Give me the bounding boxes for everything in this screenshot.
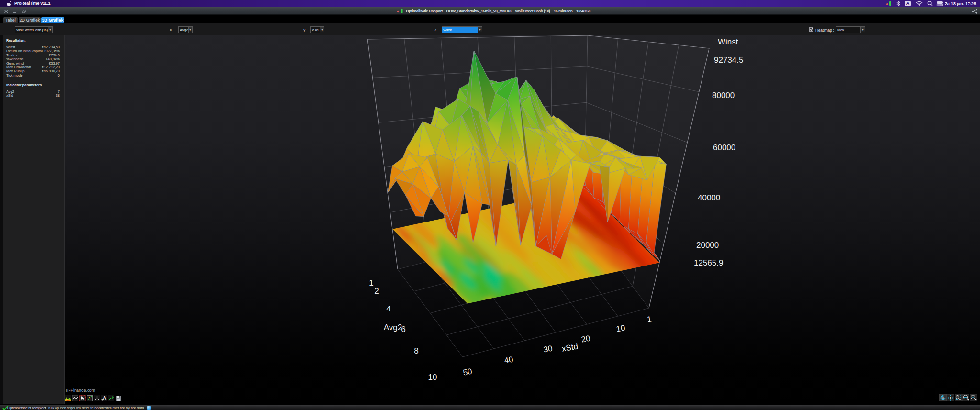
svg-text:8: 8 bbox=[414, 346, 418, 355]
svg-text:xStd: xStd bbox=[561, 342, 579, 354]
svg-text:Avg2: Avg2 bbox=[384, 323, 402, 332]
svg-text:50: 50 bbox=[462, 367, 473, 377]
svg-text:12565.9: 12565.9 bbox=[694, 258, 723, 267]
svg-text:4: 4 bbox=[386, 304, 390, 313]
svg-text:92734.5: 92734.5 bbox=[714, 55, 743, 65]
svg-text:40: 40 bbox=[503, 355, 514, 366]
svg-text:Winst: Winst bbox=[718, 37, 738, 46]
svg-text:80000: 80000 bbox=[712, 91, 735, 100]
svg-text:30: 30 bbox=[543, 344, 553, 355]
svg-text:1: 1 bbox=[369, 278, 373, 288]
svg-text:20000: 20000 bbox=[696, 241, 719, 250]
svg-text:60000: 60000 bbox=[713, 143, 735, 152]
svg-text:1: 1 bbox=[646, 314, 653, 324]
svg-text:10: 10 bbox=[428, 373, 437, 382]
svg-text:A: A bbox=[103, 396, 106, 401]
svg-text:10: 10 bbox=[615, 323, 626, 334]
svg-text:40000: 40000 bbox=[698, 193, 720, 202]
svg-text:2: 2 bbox=[374, 287, 379, 296]
svg-text:20: 20 bbox=[580, 334, 591, 344]
